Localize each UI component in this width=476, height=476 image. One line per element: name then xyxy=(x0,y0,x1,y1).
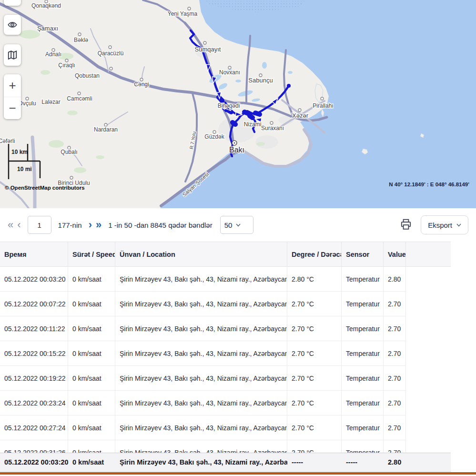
cell-location-link[interactable]: Şirin Mirzəyev 43, Bakı şəh., 43, Nizami… xyxy=(115,391,287,415)
table-row[interactable]: 05.12.2022 00:11:220 km/saatŞirin Mirzəy… xyxy=(0,316,451,341)
cell-degree: 2.80 °C xyxy=(287,267,342,292)
table-row[interactable]: 05.12.2022 00:27:240 km/saatŞirin Mirzəy… xyxy=(0,415,451,440)
column-header[interactable]: Sensor xyxy=(342,242,384,267)
cell-time: 05.12.2022 00:27:24 xyxy=(0,415,68,440)
cell-time: 05.12.2022 00:15:22 xyxy=(0,341,68,366)
cell-location-link[interactable]: Şirin Mirzəyev 43, Bakı şəh., 43, Nizami… xyxy=(115,415,287,440)
cell-location-link[interactable]: Şirin Mirzəyev 43, Bakı şəh., 43, Nizami… xyxy=(115,292,287,316)
town-marker xyxy=(78,92,81,95)
cell-time: 05.12.2022 00:23:24 xyxy=(0,391,68,415)
map-place-label: Suraxanı xyxy=(261,125,284,132)
column-header[interactable] xyxy=(406,242,451,267)
lake xyxy=(288,71,293,74)
cell-filler xyxy=(406,292,451,316)
cell-value: 2.70 xyxy=(384,292,406,316)
map-place-label: Xəzər xyxy=(292,112,309,119)
visibility-button[interactable] xyxy=(4,15,21,35)
table-row[interactable]: 05.12.2022 00:19:220 km/saatŞirin Mirzəy… xyxy=(0,366,451,391)
footer-sensor: ----- xyxy=(342,453,384,471)
first-page-button[interactable]: « xyxy=(8,220,13,230)
page-number-input[interactable] xyxy=(28,216,51,234)
print-button[interactable] xyxy=(399,217,413,233)
items-range-label: 1 -in 50 -dan 8845 qədər bəndlər xyxy=(108,221,213,229)
cell-filler xyxy=(406,440,451,453)
cell-location-link[interactable]: Şirin Mirzəyev 43, Bakı şəh., 43, Nizami… xyxy=(115,366,287,391)
table-footer-row[interactable]: 05.12.2022 00:03:200 km/saatŞirin Mirzəy… xyxy=(0,453,451,472)
cell-sensor: Temperatur xyxy=(342,316,384,341)
column-header[interactable]: Value xyxy=(384,242,406,267)
table-row[interactable]: 05.12.2022 00:31:260 km/saatŞirin Mirzəy… xyxy=(0,440,451,453)
map-scale-bar: 10 km 10 mi xyxy=(7,142,50,182)
map-place-label: Qonaqkənd xyxy=(31,2,61,9)
cell-speed: 0 km/saat xyxy=(68,292,115,316)
town-marker xyxy=(270,122,273,124)
cell-speed: 0 km/saat xyxy=(68,341,115,366)
chevron-down-icon xyxy=(456,223,461,227)
cell-speed: 0 km/saat xyxy=(68,391,115,415)
zoom-out-button[interactable]: − xyxy=(4,97,21,119)
town-marker xyxy=(203,41,206,44)
cell-degree: 2.70 °C xyxy=(287,415,342,440)
lake xyxy=(235,80,241,82)
map-place-label: Qaracüzlü xyxy=(98,50,124,57)
column-header[interactable]: Degree / Dərəcə xyxy=(287,242,342,267)
map-place-label: Binəqədi xyxy=(218,102,240,109)
column-header[interactable]: Время xyxy=(0,242,68,267)
cell-location-link[interactable]: Şirin Mirzəyev 43, Bakı şəh., 43, Nizami… xyxy=(115,267,287,292)
prev-page-button[interactable]: ‹ xyxy=(17,220,20,230)
cell-location-link[interactable]: Şirin Mirzəyev 43, Bakı şəh., 43, Nizami… xyxy=(115,440,287,453)
bottom-accent-bar xyxy=(0,472,476,475)
cell-filler xyxy=(406,391,451,415)
green-area xyxy=(67,111,78,115)
cell-value: 2.70 xyxy=(384,415,406,440)
map-place-label: Nizami xyxy=(244,121,262,128)
cell-filler xyxy=(406,366,451,391)
cell-location-link[interactable]: Şirin Mirzəyev 43, Bakı şəh., 43, Nizami… xyxy=(115,316,287,341)
map-canvas[interactable]: QonaqkəndYeni YaşmaŞamaxıBəkləQaracüzlüA… xyxy=(0,0,476,208)
basemap-layers-button[interactable] xyxy=(4,44,21,66)
map-view[interactable]: QonaqkəndYeni YaşmaŞamaxıBəkləQaracüzlüA… xyxy=(0,0,476,209)
track-endpoint xyxy=(287,84,291,88)
footer-speed: 0 km/saat xyxy=(68,453,115,471)
footer-degree: ----- xyxy=(287,453,342,471)
export-button[interactable]: Eksport xyxy=(421,215,468,234)
cell-filler xyxy=(406,341,451,366)
scale-mi-label: 10 mi xyxy=(17,166,32,172)
cell-filler xyxy=(406,267,451,292)
cell-location-link[interactable]: Şirin Mirzəyev 43, Bakı şəh., 43, Nizami… xyxy=(115,341,287,366)
map-place-label: Şamaxı xyxy=(37,25,58,32)
town-marker xyxy=(110,67,112,70)
cell-time: 05.12.2022 00:03:20 xyxy=(0,267,68,292)
map-place-label: Camcəmli xyxy=(67,95,92,102)
gps-track-cluster xyxy=(233,122,235,124)
coordinates-display: N 40° 12.1849' : E 048° 46.8149' xyxy=(389,182,469,187)
table-row[interactable]: 05.12.2022 00:23:240 km/saatŞirin Mirzəy… xyxy=(0,391,451,415)
cell-speed: 0 km/saat xyxy=(68,366,115,391)
zoom-in-button[interactable]: + xyxy=(4,74,21,97)
cell-time: 05.12.2022 00:19:22 xyxy=(0,366,68,391)
table-row[interactable]: 05.12.2022 00:07:220 km/saatŞirin Mirzəy… xyxy=(0,292,451,316)
town-marker xyxy=(321,97,324,100)
gps-track-cluster xyxy=(244,112,249,114)
selected-point-row[interactable]: 05.12.2022 00:03:200 km/saatŞirin Mirzəy… xyxy=(0,453,451,471)
column-header[interactable]: Sürət / Speed xyxy=(68,242,115,267)
table-row[interactable]: 05.12.2022 00:03:200 km/saatŞirin Mirzəy… xyxy=(0,267,451,292)
cell-value: 2.70 xyxy=(384,341,406,366)
map-attribution[interactable]: © OpenStreetMap contributors xyxy=(5,185,85,191)
map-place-label: Qubalı xyxy=(61,149,77,155)
map-place-label: Güzdək xyxy=(204,133,224,140)
town-marker xyxy=(109,46,111,49)
page-size-select[interactable]: 50 xyxy=(220,216,253,234)
town-marker xyxy=(78,33,81,36)
header-row: ВремяSürət / SpeedÜnvan / LocationDegree… xyxy=(0,242,451,267)
table-row[interactable]: 05.12.2022 00:15:220 km/saatŞirin Mirzəy… xyxy=(0,341,451,366)
map-control-partial-button[interactable] xyxy=(4,0,21,6)
green-area xyxy=(74,167,86,173)
column-header[interactable]: Ünvan / Location xyxy=(115,242,287,267)
last-page-button[interactable]: » xyxy=(96,220,101,230)
cell-value: 2.70 xyxy=(384,316,406,341)
table-header: ВремяSürət / SpeedÜnvan / LocationDegree… xyxy=(0,242,451,267)
next-page-button[interactable]: › xyxy=(89,220,92,230)
map-place-label: Novxanı xyxy=(219,69,240,76)
cell-speed: 0 km/saat xyxy=(68,440,115,453)
